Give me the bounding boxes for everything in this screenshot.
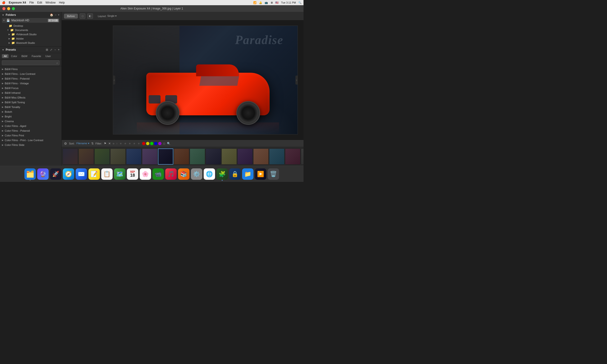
preset-color-films-aged[interactable]: ▶Color Films - Aged (0, 124, 61, 128)
square-filter-icon[interactable]: □ (163, 142, 165, 145)
preset-bokeh[interactable]: ▶Bokeh (0, 109, 61, 114)
tab-all[interactable]: All (2, 54, 9, 58)
minimize-button[interactable] (7, 7, 10, 10)
star3[interactable]: ★ (128, 142, 131, 145)
thumb-5[interactable] (126, 148, 141, 165)
dock-media[interactable]: ▶️ (255, 168, 266, 180)
thumb-7[interactable] (158, 148, 173, 165)
file-menu[interactable]: File (29, 1, 34, 4)
sort-direction-icon[interactable]: ⇅ (91, 142, 94, 145)
preset-bw-split[interactable]: ▶B&W Split Toning (0, 100, 61, 105)
presets-expand-icon[interactable]: ⤢ (50, 48, 52, 52)
flag-filter-icon[interactable]: ⚑ (104, 142, 107, 145)
thumb-8[interactable] (174, 148, 189, 165)
presets-minus-icon[interactable]: − (54, 48, 56, 52)
thumb-11[interactable] (221, 148, 237, 165)
thumb-12[interactable] (237, 148, 253, 165)
dock-finder[interactable]: 🗂️ (24, 168, 36, 180)
dock-mail[interactable]: ✉️ (76, 168, 87, 180)
star2[interactable]: ★ (124, 142, 127, 145)
folder-home-icon[interactable]: 🏠 (50, 13, 53, 17)
adobe-expand-arrow[interactable]: ▶ (9, 38, 10, 40)
x-filter-icon[interactable]: ✕ (108, 142, 111, 145)
folder-item-desktop[interactable]: 📁 Desktop (2, 24, 59, 28)
folder-item-aiseesoft[interactable]: ▶ 📁 Aiseesoft Studio (2, 41, 59, 45)
preset-bw-misc[interactable]: ▶B&W Misc Effects (0, 95, 61, 100)
tab-user[interactable]: User (43, 54, 53, 58)
thumb-6[interactable] (142, 148, 157, 165)
thumb-3[interactable] (94, 148, 110, 165)
preset-bw-focus[interactable]: ▶B&W Focus (0, 86, 61, 91)
edit-menu[interactable]: Edit (37, 1, 42, 4)
preset-bw-films-polaroid[interactable]: ▶B&W Films - Polaroid (0, 76, 61, 81)
blue-filter-dot[interactable] (154, 142, 157, 145)
star5[interactable]: ★ (138, 142, 140, 145)
close-button[interactable] (2, 7, 5, 10)
dock-reminders[interactable]: 📋 (101, 168, 113, 180)
preset-bw-films[interactable]: ▶B&W Films (0, 67, 61, 72)
maximize-button[interactable] (12, 7, 15, 10)
dock-music[interactable]: 🎵 (165, 168, 177, 180)
presets-grid-icon[interactable]: ⊞ (46, 48, 48, 52)
preset-color-films-print-low[interactable]: ▶Color Films - Print - Low Contrast (0, 138, 61, 143)
preset-bw-films-low[interactable]: ▶B&W Films - Low Contrast (0, 72, 61, 76)
yellow-filter-dot[interactable] (146, 142, 149, 145)
help-menu[interactable]: Help (59, 1, 65, 4)
presets-collapse-arrow[interactable]: ▼ (2, 49, 4, 51)
folders-collapse-arrow[interactable]: ▼ (2, 14, 4, 16)
green-filter-dot[interactable] (150, 142, 153, 145)
thumb-4[interactable] (110, 148, 126, 165)
folder-item-4videosoft[interactable]: ▶ 📁 4Videosoft Studio (2, 32, 59, 37)
dock-calendar[interactable]: SEP 18 (127, 168, 138, 180)
dock-photos[interactable]: 🌸 (140, 168, 151, 180)
tab-bw[interactable]: B&W (20, 54, 29, 58)
tab-color[interactable]: Color (9, 54, 19, 58)
right-panel-collapse[interactable]: › (295, 76, 298, 85)
before-button[interactable]: Before (64, 14, 78, 18)
window-menu[interactable]: Window (45, 1, 56, 4)
thumb-1[interactable] (63, 148, 78, 165)
settings-icon[interactable]: ⚙ (64, 142, 67, 145)
dock-launchpad[interactable]: 🚀 (50, 168, 61, 180)
dock-maps[interactable]: 🗺️ (114, 168, 125, 180)
dock-notes[interactable]: 📝 (88, 168, 100, 180)
thumb-16[interactable] (301, 148, 304, 165)
dock-books[interactable]: 📚 (178, 168, 190, 180)
folder-minus-icon[interactable]: − (55, 13, 56, 17)
thumb-2[interactable] (79, 148, 94, 165)
sort-value[interactable]: Filename ▾ (76, 142, 89, 145)
preset-color-films-polaroid[interactable]: ▶Color Films - Polaroid (0, 128, 61, 133)
circle-filter-icon[interactable]: ○ (113, 142, 114, 145)
dock-trash[interactable]: 🗑️ (268, 168, 279, 180)
dock-chrome[interactable]: 🌐 (204, 168, 215, 180)
purple-filter-dot[interactable] (158, 142, 162, 145)
thumb-9[interactable] (190, 148, 205, 165)
star1[interactable]: ★ (120, 142, 122, 145)
view-circle-button[interactable]: ◐ (87, 13, 93, 19)
preset-bw-infrared[interactable]: ▶B&W Infrared (0, 91, 61, 95)
red-filter-dot[interactable] (142, 142, 145, 145)
preset-bw-films-vintage[interactable]: ▶B&W Films - Vintage (0, 81, 61, 86)
dock-finder2[interactable]: 📁 (242, 168, 253, 180)
thumb-14[interactable] (269, 148, 285, 165)
search-input[interactable] (2, 60, 59, 65)
meta-search-icon[interactable]: 🔍 (167, 142, 170, 145)
dock-settings[interactable]: ⚙️ (191, 168, 202, 180)
left-panel-collapse[interactable]: ‹ (113, 76, 115, 85)
presets-plus-icon[interactable]: + (58, 48, 59, 52)
aiseesoft-expand-arrow[interactable]: ▶ (9, 42, 10, 44)
folder-item-documents[interactable]: ▼ 📁 Documents (2, 28, 59, 32)
dock-facetime[interactable]: 📹 (152, 168, 164, 180)
layout-dropdown[interactable]: Single ▾ (107, 14, 117, 17)
folder-plus-icon[interactable]: + (58, 13, 59, 17)
preset-cinema[interactable]: ▶Cinema (0, 119, 61, 124)
dock-exposure[interactable]: 🧩 (217, 168, 228, 180)
tab-favorite[interactable]: Favorite (30, 54, 43, 58)
thumb-13[interactable] (253, 148, 269, 165)
4videosoft-expand-arrow[interactable]: ▶ (9, 33, 10, 36)
folder-item-adobe[interactable]: ▶ 📁 Adobe (2, 37, 59, 41)
documents-expand-arrow[interactable]: ▼ (7, 29, 9, 31)
thumb-15[interactable] (285, 148, 300, 165)
preset-color-films-slide[interactable]: ▶Color Films Slide (0, 143, 61, 147)
apple-menu[interactable]: 🍎 (2, 1, 5, 4)
